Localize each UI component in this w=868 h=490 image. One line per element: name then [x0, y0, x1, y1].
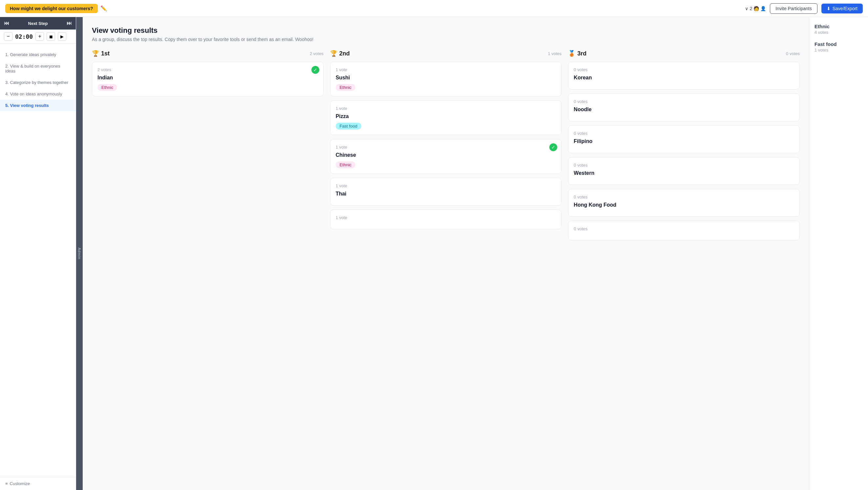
- card-2nd-extra-votes: 1 vote: [336, 215, 556, 220]
- card-2nd-extra: 1 vote: [330, 209, 562, 229]
- card-korean: 0 votes Korean: [568, 62, 800, 90]
- category-fastfood: Fast food 1 votes: [814, 41, 863, 53]
- edit-icon[interactable]: ✏️: [100, 5, 107, 11]
- invite-participants-button[interactable]: Invite Participants: [770, 3, 817, 14]
- step-item-2[interactable]: 2. View & build on everyones ideas: [0, 60, 76, 77]
- participant-number: 2: [749, 6, 752, 11]
- main-content: View voting results As a group, discuss …: [83, 17, 809, 490]
- trophy-2nd-icon: 🏆: [330, 50, 337, 57]
- column-3rd: 🥉 3rd 0 votes 0 votes Korean 0 votes Noo…: [568, 50, 800, 244]
- check-badge-indian: ✓: [311, 66, 319, 74]
- card-3rd-extra: 0 votes: [568, 221, 800, 240]
- category-ethnic: Ethnic 4 votes: [814, 24, 863, 35]
- customize-button[interactable]: ≡ Customize: [0, 477, 76, 490]
- card-indian-name: Indian: [97, 75, 318, 81]
- card-hongkong-votes: 0 votes: [574, 195, 794, 199]
- card-thai: 1 vote Thai: [330, 178, 562, 206]
- card-sushi-votes: 1 vote: [336, 67, 556, 72]
- card-western-name: Western: [574, 170, 794, 176]
- card-chinese-votes: 1 vote: [336, 144, 556, 150]
- admin-strip: Admin: [76, 17, 83, 490]
- page-title: View voting results: [92, 26, 800, 35]
- topbar: How might we delight our customers? ✏️ ∨…: [0, 0, 868, 17]
- column-2nd-votes: 1 votes: [548, 51, 561, 56]
- timer-stop-button[interactable]: ◼: [46, 32, 55, 41]
- step-item-3[interactable]: 3. Categorize by themes together: [0, 77, 76, 88]
- card-korean-name: Korean: [574, 75, 794, 81]
- rank-3rd: 🥉 3rd: [568, 50, 586, 57]
- rank-2nd: 🏆 2nd: [330, 50, 350, 57]
- right-sidebar: Ethnic 4 votes Fast food 1 votes: [809, 17, 868, 490]
- timer-display: 02:00: [15, 33, 33, 40]
- card-sushi-name: Sushi: [336, 75, 556, 81]
- category-fastfood-count: 1 votes: [814, 47, 863, 53]
- step-item-5[interactable]: 5. View voting results: [0, 100, 76, 111]
- next-step-label: Next Step: [28, 21, 48, 26]
- timer-minus-button[interactable]: −: [4, 32, 12, 41]
- card-sushi: 1 vote Sushi Ethnic: [330, 62, 562, 96]
- card-western: 0 votes Western: [568, 157, 800, 185]
- column-2nd-header: 🏆 2nd 1 votes: [330, 50, 562, 57]
- card-pizza-votes: 1 vote: [336, 106, 556, 111]
- rank-1st: 🏆 1st: [92, 50, 110, 57]
- column-3rd-votes: 0 votes: [786, 51, 800, 56]
- card-indian-votes: 2 votes: [97, 67, 318, 72]
- card-noodle-votes: 0 votes: [574, 99, 794, 104]
- save-export-button[interactable]: ⬇ Save/Export: [822, 4, 863, 13]
- step-item-1[interactable]: 1. Generate ideas privately: [0, 49, 76, 60]
- card-hongkong: 0 votes Hong Kong Food: [568, 189, 800, 217]
- card-indian: 2 votes Indian Ethnic ✓: [92, 62, 323, 96]
- trophy-1st-icon: 🏆: [92, 50, 99, 57]
- page-subtitle: As a group, discuss the top results. Cop…: [92, 37, 800, 42]
- step-item-4[interactable]: 4. Vote on ideas anonymously: [0, 88, 76, 100]
- card-filipino-name: Filipino: [574, 138, 794, 144]
- trophy-3rd-icon: 🥉: [568, 50, 575, 57]
- category-ethnic-label: Ethnic: [814, 24, 863, 29]
- card-filipino-votes: 0 votes: [574, 131, 794, 136]
- tag-sushi-ethnic: Ethnic: [336, 84, 355, 91]
- card-pizza-name: Pizza: [336, 113, 556, 119]
- avatar-2: 👤: [761, 6, 766, 11]
- category-fastfood-label: Fast food: [814, 41, 863, 47]
- card-chinese: 1 vote Chinese Ethnic ✓: [330, 139, 562, 174]
- card-hongkong-name: Hong Kong Food: [574, 202, 794, 208]
- tag-pizza-fastfood: Fast food: [336, 123, 361, 130]
- participant-count: ∨ 2 🧑 👤: [745, 6, 766, 11]
- columns-wrapper: 🏆 1st 2 votes 2 votes Indian Ethnic ✓ 🏆: [92, 50, 800, 244]
- card-korean-votes: 0 votes: [574, 67, 794, 72]
- chevron-down-icon[interactable]: ∨: [745, 6, 748, 11]
- timer-play-button[interactable]: ▶: [58, 32, 66, 41]
- download-icon: ⬇: [827, 6, 831, 11]
- card-western-votes: 0 votes: [574, 163, 794, 168]
- card-chinese-name: Chinese: [336, 152, 556, 158]
- steps-list: 1. Generate ideas privately 2. View & bu…: [0, 44, 76, 477]
- card-filipino: 0 votes Filipino: [568, 125, 800, 153]
- column-1st-votes: 2 votes: [310, 51, 323, 56]
- topbar-left: How might we delight our customers? ✏️: [5, 4, 107, 13]
- avatar-1: 🧑: [753, 6, 759, 11]
- category-ethnic-count: 4 votes: [814, 30, 863, 35]
- column-3rd-header: 🥉 3rd 0 votes: [568, 50, 800, 57]
- card-noodle: 0 votes Noodle: [568, 94, 800, 121]
- app-layout: ⏮ Next Step ⏭ − 02:00 + ◼ ▶ 1. Generate …: [0, 17, 868, 490]
- card-noodle-name: Noodle: [574, 107, 794, 112]
- card-3rd-extra-votes: 0 votes: [574, 226, 794, 231]
- column-1st-header: 🏆 1st 2 votes: [92, 50, 323, 57]
- tag-chinese-ethnic: Ethnic: [336, 161, 355, 168]
- sidebar: ⏮ Next Step ⏭ − 02:00 + ◼ ▶ 1. Generate …: [0, 17, 76, 490]
- tag-indian-ethnic: Ethnic: [97, 84, 117, 91]
- question-label: How might we delight our customers?: [5, 4, 98, 13]
- check-badge-chinese: ✓: [549, 143, 557, 151]
- prev-step-icon[interactable]: ⏮: [4, 20, 9, 26]
- card-pizza: 1 vote Pizza Fast food: [330, 100, 562, 135]
- card-thai-votes: 1 vote: [336, 183, 556, 188]
- column-2nd: 🏆 2nd 1 votes 1 vote Sushi Ethnic 1 vote…: [330, 50, 562, 233]
- column-1st: 🏆 1st 2 votes 2 votes Indian Ethnic ✓: [92, 50, 323, 100]
- topbar-right: ∨ 2 🧑 👤 Invite Participants ⬇ Save/Expor…: [745, 3, 863, 14]
- next-step-icon[interactable]: ⏭: [67, 20, 72, 26]
- card-thai-name: Thai: [336, 191, 556, 197]
- customize-icon: ≡: [5, 481, 8, 486]
- timer-plus-button[interactable]: +: [35, 32, 44, 41]
- timer-bar: − 02:00 + ◼ ▶: [0, 30, 76, 44]
- next-step-bar: ⏮ Next Step ⏭: [0, 17, 76, 30]
